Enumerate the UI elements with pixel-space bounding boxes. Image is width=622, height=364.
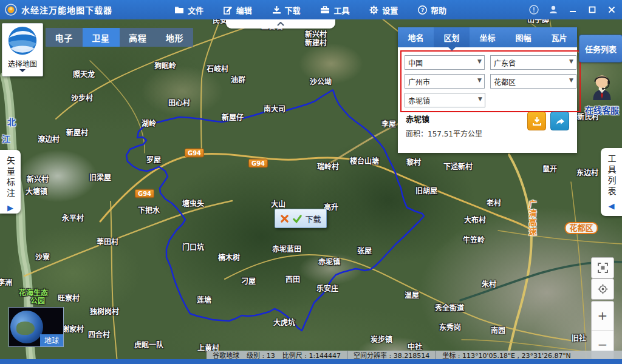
locate-button[interactable] xyxy=(591,278,614,300)
zoom-in-button[interactable]: + xyxy=(592,302,613,331)
chevron-down-icon: ▼ xyxy=(569,77,573,83)
map-label: 江 xyxy=(2,132,10,144)
map-label: 刁屋 xyxy=(241,275,256,286)
window-bottom-frame xyxy=(0,359,622,364)
map-label: 下把水 xyxy=(138,204,160,215)
road-shield: G94 xyxy=(185,149,204,158)
map-label: 公园 xyxy=(30,295,45,305)
vector-annotation-tab[interactable]: 矢量标注 ▶ xyxy=(0,150,21,214)
map-label: 沙公坳 xyxy=(310,76,332,86)
window-controls xyxy=(528,0,617,19)
menu-download[interactable]: 下载 xyxy=(270,0,303,19)
locate-icon xyxy=(598,284,608,294)
chevron-down-icon: ▼ xyxy=(477,58,482,64)
online-service-button[interactable]: 在线客服 xyxy=(583,72,621,115)
select-district[interactable]: 花都区▼ xyxy=(490,74,576,89)
map-label: 油群 xyxy=(231,74,245,84)
road-shield: G94 xyxy=(248,159,268,168)
top-panel-handle[interactable] xyxy=(226,19,335,29)
map-label: 西田 xyxy=(285,274,300,284)
map-label: 塘虫头 xyxy=(182,198,204,208)
download-confirm-popup: 下载 xyxy=(275,209,327,228)
map-label: 南大司 xyxy=(264,103,285,113)
folder-icon xyxy=(174,5,184,14)
map-label: 牛笠岭 xyxy=(463,234,485,244)
menu-tools[interactable]: 工具 xyxy=(318,0,352,19)
info-icon[interactable] xyxy=(528,4,539,15)
status-map-source: 谷歌地球 级别 : 13 比例尺 : 1:144447 xyxy=(207,350,347,360)
map-label: 旧梁屋 xyxy=(89,172,111,182)
task-list-button[interactable]: 任务列表 xyxy=(579,35,622,62)
share-district-button[interactable] xyxy=(550,112,569,130)
map-label: 秀全街道 xyxy=(435,302,464,312)
tab-elevation-map[interactable]: 高程 xyxy=(120,28,157,47)
select-province[interactable]: 广东省▼ xyxy=(490,55,576,70)
map-label: 湖岭 xyxy=(142,118,156,128)
menu-help[interactable]: ? 帮助 xyxy=(415,0,449,19)
map-label: 东边村 xyxy=(576,167,598,177)
tab-tiles[interactable]: 瓦片 xyxy=(541,27,577,47)
fullscreen-icon xyxy=(598,263,608,273)
globe-icon xyxy=(10,311,43,343)
chevron-down-icon: ▼ xyxy=(569,58,573,64)
arrow-left-icon: ◀ xyxy=(609,201,615,211)
map-label: 朱村 xyxy=(482,278,496,289)
share-arrow-icon xyxy=(555,116,565,126)
fullscreen-button[interactable] xyxy=(591,257,614,278)
vector-annotation-label: 矢量标注 xyxy=(4,156,16,200)
map-label: 赤坭蓝田 xyxy=(272,243,301,254)
map-source-label: 选择地图 xyxy=(8,60,37,69)
titlebar: 水经注万能地图下载器 文件 编辑 下载 工具 设置 xyxy=(0,0,622,19)
customer-service-avatar xyxy=(588,72,616,101)
select-town[interactable]: 赤坭镇▼ xyxy=(405,93,485,107)
district-actions xyxy=(527,112,569,130)
tab-mapsheet[interactable]: 图幅 xyxy=(505,27,541,47)
map-label: 大布村 xyxy=(464,214,486,224)
tool-list-tab[interactable]: 工具列表 ◀ xyxy=(601,148,622,216)
map-label: 旧社 xyxy=(572,332,586,343)
status-bar: 谷歌地球 级别 : 13 比例尺 : 1:144447 空间分辨率 : 38.2… xyxy=(207,351,622,359)
status-level: 级别 : 13 xyxy=(247,350,275,360)
map-label: 赤坭镇 xyxy=(318,256,340,266)
tab-district[interactable]: 区划 xyxy=(434,27,470,47)
map-label: 独树岗村 xyxy=(90,306,119,316)
map-label: 新屋村 xyxy=(66,127,88,137)
popup-download-label[interactable]: 下载 xyxy=(305,213,321,224)
map-label: 鼠开 xyxy=(542,163,557,174)
globe-overview-thumbnail[interactable]: 地球 xyxy=(9,307,64,347)
minimize-button[interactable] xyxy=(567,4,578,15)
district-info: 赤坭镇 面积：157.51平方公里 xyxy=(406,113,482,138)
tab-placename[interactable]: 地名 xyxy=(398,27,434,47)
map-label: 谢家村 xyxy=(62,323,84,334)
map-label: 田心村 xyxy=(168,97,190,107)
cancel-icon[interactable] xyxy=(280,214,289,223)
map-label: 东秀岗 xyxy=(439,322,461,332)
map-label: 中社 xyxy=(408,341,422,351)
app-title: 水经注万能地图下载器 xyxy=(21,4,112,16)
map-label: 四合村 xyxy=(88,329,110,339)
menu-file[interactable]: 文件 xyxy=(172,0,206,19)
map-label: 狗眠岭 xyxy=(154,60,176,70)
close-button[interactable] xyxy=(606,4,617,15)
tab-electronic-map[interactable]: 电子 xyxy=(46,28,83,47)
map-type-tabs: 电子 卫星 高程 地形 xyxy=(46,28,193,47)
tab-terrain-map[interactable]: 地形 xyxy=(156,28,193,47)
user-icon[interactable] xyxy=(548,4,559,15)
map-label: 旧胡屋 xyxy=(415,185,437,195)
map-label: 乐安庄 xyxy=(316,283,338,293)
maximize-button[interactable] xyxy=(587,4,598,15)
menu-edit[interactable]: 编辑 xyxy=(221,0,255,19)
tab-coordinates[interactable]: 坐标 xyxy=(470,27,505,47)
download-district-button[interactable] xyxy=(527,112,546,130)
select-country[interactable]: 中国▼ xyxy=(405,55,485,70)
map-source-selector[interactable]: 选择地图 xyxy=(2,23,43,76)
tab-satellite-map[interactable]: 卫星 xyxy=(83,28,120,47)
menu-settings[interactable]: 设置 xyxy=(367,0,400,19)
arrow-right-icon: ▶ xyxy=(7,203,13,212)
map-label: 沙寮 xyxy=(35,251,50,261)
map-label: 沙步村 xyxy=(71,92,93,103)
confirm-check-icon[interactable] xyxy=(292,214,302,223)
select-city[interactable]: 广州市▼ xyxy=(405,74,485,89)
map-label: 炭步镇 xyxy=(371,334,392,344)
app-window: 民安村三台石新兴村新建村山子脚沙公坳石岐村油群狗眠岭照天龙沙步村田心村新屋仔南大… xyxy=(0,0,622,364)
